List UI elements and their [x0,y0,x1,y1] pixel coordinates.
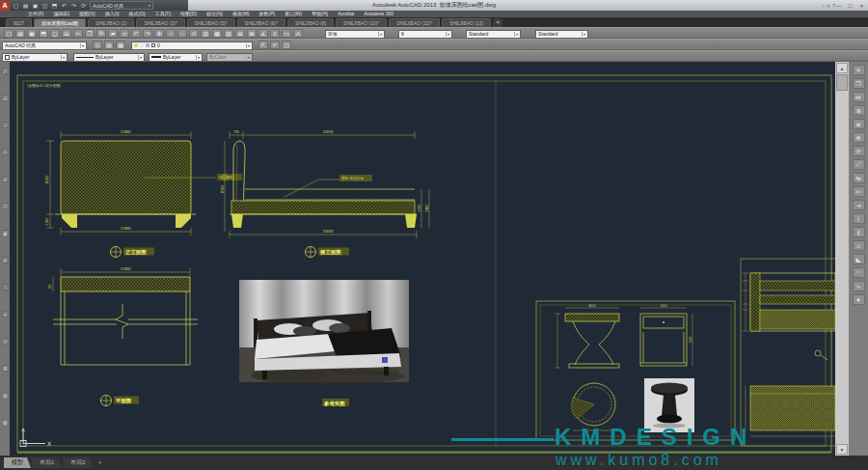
render-icon[interactable]: ▭ [282,29,291,38]
menu-item[interactable]: 格式(O) [123,11,149,17]
menu-item[interactable]: 帮助(H) [307,11,333,17]
plot-icon[interactable]: ⬒ [39,29,48,38]
open-file-icon[interactable]: ▤ [15,29,25,38]
design-center-icon[interactable]: ▦ [212,29,222,38]
layer-previous-icon[interactable]: ↶ [270,41,280,49]
menu-item[interactable]: 绘图(D) [176,11,202,17]
menu-item[interactable]: 视图(V) [74,11,100,17]
measure-icon[interactable]: ∡ [258,29,268,38]
file-tab[interactable]: SHEJIBAO (3)* [136,18,184,27]
lineweight-dropdown[interactable]: ByLayer ▾ [149,53,203,62]
zoom-realtime-icon[interactable]: ○ [166,29,176,38]
save-icon[interactable]: ▣ [31,1,40,10]
array-icon[interactable]: ⊞ [853,119,865,129]
join-icon[interactable]: ∪ [853,240,865,251]
match-properties-icon[interactable]: ▰ [108,29,118,38]
arc-icon[interactable]: ◠ [2,149,9,155]
sheet-set-icon[interactable]: ⊞ [235,29,245,38]
chamfer-icon[interactable]: ◣ [853,254,865,264]
break-point-icon[interactable]: ∣ [853,213,865,224]
file-tab[interactable]: SHEJIBAO (13) [442,18,491,27]
plot-icon[interactable]: ⬒ [50,1,59,10]
text-style-dropdown[interactable]: 宋体 ▾ [325,30,385,39]
file-tab[interactable]: 8027 [6,18,32,27]
file-tab[interactable]: SHEJIBAO (10)* [336,18,387,27]
break-icon[interactable]: ∦ [853,227,865,237]
text-icon[interactable]: A [2,257,9,263]
make-current-icon[interactable]: ⇱ [258,41,268,49]
undo-icon[interactable]: ↶ [131,29,141,38]
ellipse-icon[interactable]: ⬭ [2,338,9,345]
block-editor-icon[interactable]: ▱ [120,29,129,38]
menu-item[interactable]: 插入(I) [100,11,124,17]
object-color-dropdown[interactable]: ByLayer ▾ [2,53,68,62]
redo-icon[interactable]: ↷ [69,1,78,10]
maximize-button[interactable]: □ [846,3,854,9]
autocad-logo-icon[interactable]: A [0,1,10,11]
scale-icon[interactable]: ⤢ [853,159,865,170]
copy-clip-icon[interactable]: ❐ [85,29,95,38]
layer-isolate-icon[interactable]: ◫ [282,41,291,49]
paste-icon[interactable]: ⧉ [96,29,106,38]
layout-tab[interactable]: 布局2 [63,457,93,468]
explode-icon[interactable]: ✷ [853,294,865,305]
trim-icon[interactable]: ✄ [853,186,865,197]
workspace-gear-icon[interactable]: ⊙ [93,41,102,49]
scroll-up-button[interactable]: ▲ [836,63,848,73]
dimension-style-dropdown[interactable]: 6 ▾ [398,30,452,39]
point-icon[interactable]: · [2,284,9,290]
polyline-icon[interactable]: ▭ [2,95,9,101]
refresh-icon[interactable]: ⟳ [79,1,88,10]
menu-item[interactable]: 编辑(E) [48,11,74,17]
zoom-window-icon[interactable]: ◌ [177,29,187,38]
table-style-dropdown[interactable]: Standard ▾ [466,30,521,39]
save-icon[interactable]: ▣ [27,29,37,38]
layout-tab[interactable]: 模型 [4,457,31,468]
blend-icon[interactable]: ∿ [853,281,865,291]
move-icon[interactable]: ✥ [853,132,865,143]
text-style-icon[interactable]: A [293,29,303,38]
workspace-select[interactable]: AutoCAD 经典 ▾ [2,41,87,50]
file-tab-overflow-button[interactable]: ▾ [493,18,502,27]
minimize-button[interactable]: — [834,3,843,9]
spline-icon[interactable]: ∿ [2,311,9,318]
file-tab[interactable]: SHEJIBAO (8) [287,18,334,27]
table-icon[interactable]: ▥ [2,392,9,399]
cut-icon[interactable]: ✂ [73,29,83,38]
multileader-style-dropdown[interactable]: Standard ▾ [535,30,588,39]
linetype-dropdown[interactable]: ByLayer ▾ [73,53,145,62]
zoom-previous-icon[interactable]: ⊙ [189,29,199,38]
quickcalc-icon[interactable]: ≡ [270,29,280,38]
layer-select[interactable]: 0 ▾ [131,41,253,50]
file-tab[interactable]: SHEJIBAO (5)* [187,18,235,27]
undo-icon[interactable]: ↶ [60,1,68,10]
menu-item[interactable]: 窗口(W) [280,11,307,17]
sync-icon[interactable]: ⟳ [827,3,830,9]
publish-icon[interactable]: ⊟ [62,29,71,38]
erase-icon[interactable]: ✕ [853,65,865,75]
file-tab[interactable]: 软体床图纸cad图 [34,18,86,27]
fillet-icon[interactable]: ◠ [853,267,865,278]
mirror-icon[interactable]: ⋈ [853,92,865,102]
layout-tab[interactable]: 布局1 [32,457,62,468]
scroll-down-button[interactable]: ▼ [836,444,848,455]
menu-item[interactable]: 参数(P) [255,11,281,17]
gradient-icon[interactable]: ▧ [2,419,9,426]
scrollbar-thumb[interactable] [836,74,848,91]
extend-icon[interactable]: ⇥ [853,200,865,210]
menu-item[interactable]: 文件(F) [23,11,48,17]
group-icon[interactable]: ⊠ [247,29,257,38]
pan-icon[interactable]: ✥ [154,29,164,38]
menu-item[interactable]: 标注(N) [202,11,228,17]
menu-item[interactable]: 工具(T) [150,11,176,17]
menu-item[interactable]: 修改(M) [228,11,255,17]
layer-properties-icon[interactable]: ▤ [104,41,114,49]
block-icon[interactable]: ⊞ [2,365,9,372]
rotate-icon[interactable]: ⟳ [853,146,865,156]
new-layout-button[interactable]: + [95,459,106,466]
hatch-icon[interactable]: ▦ [2,230,9,236]
close-button[interactable]: × [857,3,866,9]
file-tab[interactable]: SHEJIBAO (12)* [389,18,440,27]
vertical-scrollbar[interactable]: ▲ ▼ [835,62,849,456]
layer-states-icon[interactable]: ▦ [116,41,125,49]
